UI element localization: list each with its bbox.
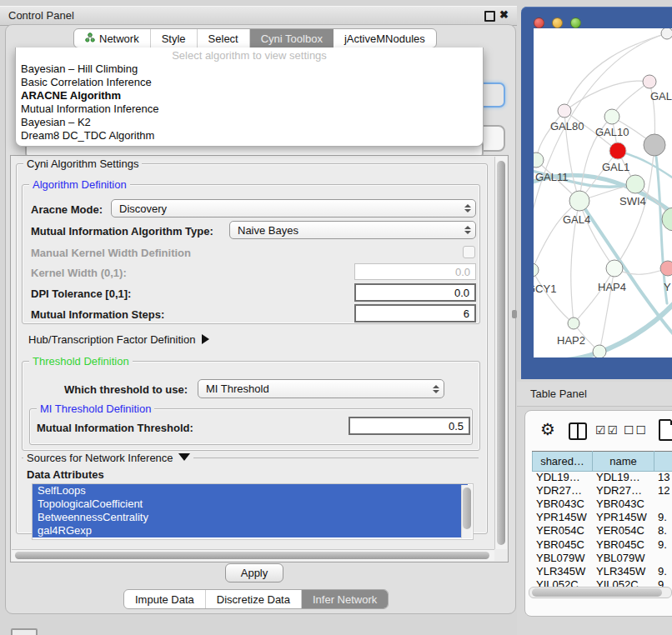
list-item-gal4rgexp[interactable]: gal4RGexp <box>33 524 468 538</box>
list-item-betweennesscentrality[interactable]: BetweennessCentrality <box>33 511 468 524</box>
dropdown-item-mutual-information[interactable]: Mutual Information Inference <box>16 102 483 116</box>
table-row[interactable]: YLR345WYLR345W9. <box>532 564 672 578</box>
table-row[interactable]: YIL052CYIL052C9. <box>532 578 672 588</box>
list-item-topologicalcoefficient[interactable]: TopologicalCoefficient <box>33 498 468 511</box>
tab-impute-data[interactable]: Impute Data <box>124 590 206 608</box>
cell[interactable]: YBR043C <box>532 497 592 510</box>
dropdown-item-bayesian-hill-climbing[interactable]: Bayesian – Hill Climbing <box>16 62 483 76</box>
tab-jactivemnodules[interactable]: jActiveMNodules <box>333 29 436 48</box>
tab-cyni-toolbox[interactable]: Cyni Toolbox <box>250 29 333 48</box>
table-row[interactable]: YBR045CYBR045C9. <box>532 538 672 551</box>
settings-horizontal-scrollbar[interactable] <box>12 549 494 561</box>
column-header-shared-name[interactable]: shared… <box>533 452 593 472</box>
kernel-width-field[interactable]: 0.0 <box>354 263 476 280</box>
network-canvas[interactable]: GAL GAL80 GAL10 GAL1 GAL11 SWI4 GAL4 GCY… <box>534 28 672 358</box>
cell[interactable]: 9. <box>654 511 672 524</box>
cell[interactable]: YPR145W <box>532 511 592 524</box>
collapsed-panel-icon[interactable] <box>11 628 38 635</box>
node-swi4[interactable] <box>626 175 644 193</box>
dropdown-item-dream8[interactable]: Dream8 DC_TDC Algorithm <box>16 129 483 142</box>
cell[interactable]: YBL079W <box>592 551 654 564</box>
dropdown-item-aracne[interactable]: ARACNE Algorithm <box>16 89 483 102</box>
network-view-window[interactable]: GAL GAL80 GAL10 GAL1 GAL11 SWI4 GAL4 GCY… <box>521 7 672 379</box>
node-hap4[interactable] <box>606 260 623 277</box>
list-item-selfloops[interactable]: SelfLoops <box>33 484 468 498</box>
cell[interactable]: YDL19… <box>532 470 592 483</box>
table-row[interactable]: YER054CYER054C8. <box>532 524 672 538</box>
table-row[interactable]: YBL079WYBL079W <box>532 551 672 564</box>
cell[interactable]: YBL079W <box>532 551 592 564</box>
node-gcy1[interactable] <box>534 263 539 277</box>
dropdown-item-basic-correlation[interactable]: Basic Correlation Inference <box>16 76 483 89</box>
cell[interactable]: 12 <box>654 483 672 497</box>
node-hap2[interactable] <box>568 318 579 329</box>
node-cutoff-right[interactable] <box>662 208 672 231</box>
gear-icon[interactable]: ⚙ <box>540 421 555 438</box>
node-gal4[interactable] <box>569 191 589 211</box>
cell[interactable] <box>654 497 672 510</box>
mi-threshold-field[interactable]: 0.5 <box>349 417 470 435</box>
cell[interactable]: 9. <box>654 538 672 551</box>
node-neutral-gray[interactable] <box>644 134 665 156</box>
cell[interactable]: YER054C <box>592 524 654 538</box>
cell[interactable]: YBR045C <box>532 538 592 551</box>
panel-splitter-handle[interactable] <box>512 310 517 318</box>
cell[interactable]: 13 <box>654 470 672 483</box>
export-table-icon[interactable] <box>659 419 672 441</box>
dpi-tolerance-field[interactable]: 0.0 <box>354 283 476 302</box>
which-threshold-combo[interactable]: MI Threshold <box>198 379 444 398</box>
cell[interactable]: YIL052C <box>592 578 654 588</box>
tab-select[interactable]: Select <box>198 29 250 48</box>
cell[interactable]: YBR045C <box>592 538 654 551</box>
cell[interactable]: YDL19… <box>592 470 654 483</box>
settings-vertical-scrollbar[interactable] <box>494 157 507 549</box>
minimize-traffic-light-icon[interactable] <box>552 18 563 28</box>
table-row[interactable]: YPR145WYPR145W9. <box>532 511 672 524</box>
node-gal80[interactable] <box>558 104 571 118</box>
cell[interactable]: YIL052C <box>532 578 592 588</box>
node-cutoff-top[interactable] <box>661 28 672 39</box>
float-window-icon[interactable] <box>484 11 495 22</box>
sources-toggle[interactable]: Sources for Network Inference <box>23 452 193 464</box>
tab-discretize-data[interactable]: Discretize Data <box>206 590 302 608</box>
node-gal2[interactable] <box>643 75 656 88</box>
tab-style[interactable]: Style <box>151 29 198 48</box>
node-cutoff-bottom[interactable] <box>593 345 606 358</box>
node-gal10[interactable] <box>604 109 619 124</box>
mi-steps-field[interactable]: 6 <box>354 304 476 322</box>
cell[interactable]: 9. <box>654 564 672 578</box>
cell[interactable]: YER054C <box>532 524 592 538</box>
column-header-name[interactable]: name <box>593 452 654 472</box>
attributes-list-scrollbar[interactable] <box>461 485 472 538</box>
cell[interactable]: 8. <box>654 524 672 538</box>
tab-network[interactable]: Network <box>74 29 151 48</box>
columns-icon[interactable] <box>569 422 587 440</box>
manual-kernel-checkbox[interactable] <box>463 246 475 258</box>
cell[interactable]: YLR345W <box>532 564 592 578</box>
tab-infer-network[interactable]: Infer Network <box>302 590 388 608</box>
node-pink-right[interactable] <box>660 261 672 276</box>
select-all-icon[interactable]: ☑☑ <box>595 423 619 437</box>
table-row[interactable]: YDL19…YDL19…13 <box>532 470 672 483</box>
cell[interactable]: YDR27… <box>592 483 654 497</box>
cell[interactable]: YLR345W <box>592 564 654 578</box>
apply-button[interactable]: Apply <box>225 563 283 582</box>
node-gal1-selected[interactable] <box>609 142 626 159</box>
close-icon[interactable]: ✖ <box>499 8 509 21</box>
dropdown-item-bayesian-k2[interactable]: Bayesian – K2 <box>16 116 483 129</box>
close-traffic-light-icon[interactable] <box>534 18 544 28</box>
deselect-all-icon[interactable]: ☐☐ <box>624 423 648 437</box>
cell[interactable]: YDR27… <box>532 483 592 497</box>
cell[interactable]: 9. <box>654 578 672 588</box>
mi-type-combo[interactable]: Naive Bayes <box>229 221 476 239</box>
table-row[interactable]: YBR043CYBR043C <box>532 497 672 510</box>
cell[interactable] <box>654 551 672 564</box>
cell[interactable]: YBR043C <box>592 497 654 510</box>
zoom-traffic-light-icon[interactable] <box>570 18 581 28</box>
aracne-mode-combo[interactable]: Discovery <box>111 199 476 218</box>
table-horizontal-scrollbar[interactable] <box>529 587 672 598</box>
hub-tf-definition-toggle[interactable]: Hub/Transcription Factor Definition <box>28 333 209 346</box>
column-header-cutoff[interactable]: A <box>654 452 672 472</box>
table-row[interactable]: YDR27…YDR27…12 <box>532 483 672 497</box>
cell[interactable]: YPR145W <box>592 511 654 524</box>
